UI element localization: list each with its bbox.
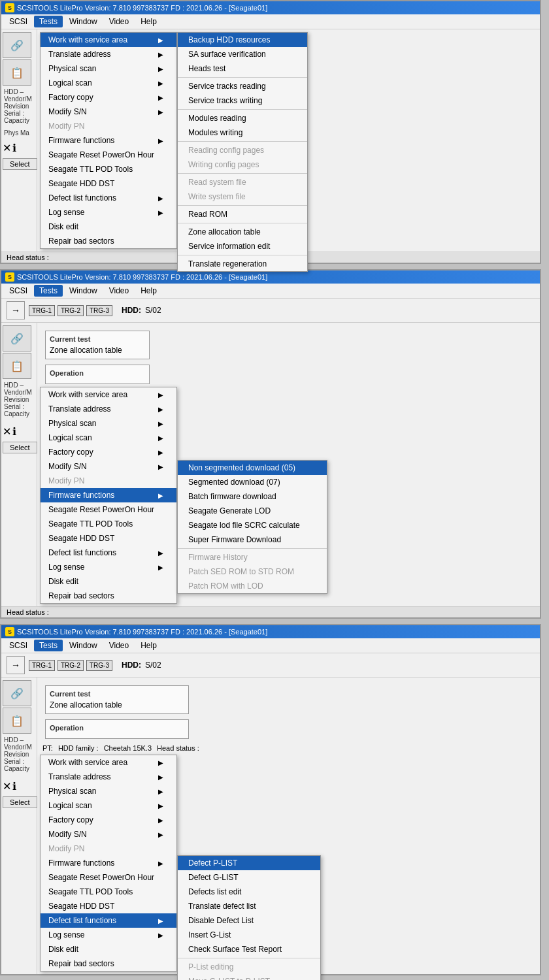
menu-defect-list-3[interactable]: Defect list functions ▶ xyxy=(41,913,176,928)
menu-work-service-3[interactable]: Work with service area ▶ xyxy=(41,755,176,770)
menu-ttl-pod-3[interactable]: Seagate TTL POD Tools xyxy=(41,885,176,899)
submenu-non-seg-2[interactable]: Non segmented download (05) xyxy=(178,461,327,475)
menu-factory-copy-3[interactable]: Factory copy ▶ xyxy=(41,813,176,827)
menu-window-1[interactable]: Window xyxy=(64,16,103,27)
menu-help-2[interactable]: Help xyxy=(135,285,162,297)
submenu-seagate-gen-lod-2[interactable]: Seagate Generate LOD xyxy=(178,504,327,518)
submenu-read-rom-1[interactable]: Read ROM xyxy=(178,207,307,221)
submenu-translate-defect-3[interactable]: Translate defect list xyxy=(178,899,320,913)
toolbar-arrow-2[interactable]: → xyxy=(7,301,25,319)
info-icon-3[interactable]: ℹ xyxy=(12,780,16,792)
submenu-zone-alloc-1[interactable]: Zone allocation table xyxy=(178,225,307,239)
menu-modify-sn-3[interactable]: Modify S/N ▶ xyxy=(41,827,176,841)
clipboard-btn-3[interactable]: 📋 xyxy=(3,708,31,734)
submenu-heads-test-1[interactable]: Heads test xyxy=(178,61,307,76)
menu-defect-list-2[interactable]: Defect list functions ▶ xyxy=(41,546,176,560)
close-icon-3[interactable]: ✕ xyxy=(3,780,11,792)
menu-video-3[interactable]: Video xyxy=(104,640,134,651)
select-btn-3[interactable]: Select xyxy=(3,796,37,808)
menu-scsi-2[interactable]: SCSI xyxy=(4,285,33,297)
submenu-check-surface-3[interactable]: Check Surface Test Report xyxy=(178,942,320,956)
submenu-service-tracks-read-1[interactable]: Service tracks reading xyxy=(178,79,307,93)
menu-help-1[interactable]: Help xyxy=(135,16,162,27)
menu-log-sense-3[interactable]: Log sense ▶ xyxy=(41,928,176,942)
menu-logical-scan-2[interactable]: Logical scan ▶ xyxy=(41,431,176,445)
menu-firmware-1[interactable]: Firmware functions ▶ xyxy=(41,133,176,148)
menu-tests-3[interactable]: Tests xyxy=(34,640,63,651)
menu-repair-bad-1[interactable]: Repair bad sectors xyxy=(41,234,176,248)
submenu-modules-write-1[interactable]: Modules writing xyxy=(178,125,307,140)
submenu-defect-plist-3[interactable]: Defect P-LIST xyxy=(178,856,320,870)
submenu-service-info-1[interactable]: Service information edit xyxy=(178,239,307,253)
menu-reset-poweron-1[interactable]: Seagate Reset PowerOn Hour xyxy=(41,148,176,162)
submenu-modules-read-1[interactable]: Modules reading xyxy=(178,111,307,125)
menu-disk-edit-1[interactable]: Disk edit xyxy=(41,220,176,234)
submenu-lod-scrc-2[interactable]: Seagate lod file SCRC calculate xyxy=(178,518,327,532)
menu-modify-sn-1[interactable]: Modify S/N ▶ xyxy=(41,105,176,119)
info-icon-2[interactable]: ℹ xyxy=(12,425,16,438)
toolbar-arrow-3[interactable]: → xyxy=(7,656,25,674)
trg3-icon-2[interactable]: TRG-3 xyxy=(86,305,112,316)
menu-log-sense-2[interactable]: Log sense ▶ xyxy=(41,560,176,574)
close-icon-2[interactable]: ✕ xyxy=(3,425,11,438)
select-btn-1[interactable]: Select xyxy=(3,158,37,170)
menu-logical-scan-1[interactable]: Logical scan ▶ xyxy=(41,76,176,90)
select-btn-2[interactable]: Select xyxy=(3,442,37,453)
menu-scsi-3[interactable]: SCSI xyxy=(4,640,33,651)
submenu-translate-regen-1[interactable]: Translate regeneration xyxy=(178,257,307,271)
submenu-backup-hdd-1[interactable]: Backup HDD resources xyxy=(178,33,307,47)
submenu-sa-surface-1[interactable]: SA surface verification xyxy=(178,47,307,61)
menu-work-service-2[interactable]: Work with service area ▶ xyxy=(41,387,176,402)
menu-repair-bad-3[interactable]: Repair bad sectors xyxy=(41,956,176,971)
menu-hdd-dst-1[interactable]: Seagate HDD DST xyxy=(41,176,176,191)
menu-window-2[interactable]: Window xyxy=(64,285,103,297)
submenu-super-fw-2[interactable]: Super Firmware Download xyxy=(178,532,327,547)
menu-ttl-pod-2[interactable]: Seagate TTL POD Tools xyxy=(41,517,176,531)
submenu-batch-fw-2[interactable]: Batch firmware download xyxy=(178,489,327,504)
submenu-defect-glist-3[interactable]: Defect G-LIST xyxy=(178,870,320,885)
menu-tests-1[interactable]: Tests xyxy=(34,16,63,27)
network-btn-3[interactable]: 🔗 xyxy=(3,680,31,706)
menu-video-2[interactable]: Video xyxy=(104,285,134,297)
submenu-seg-2[interactable]: Segmented download (07) xyxy=(178,475,327,489)
network-btn-1[interactable]: 🔗 xyxy=(3,32,31,58)
menu-hdd-dst-2[interactable]: Seagate HDD DST xyxy=(41,531,176,546)
menu-translate-1[interactable]: Translate address ▶ xyxy=(41,47,176,61)
menu-logical-scan-3[interactable]: Logical scan ▶ xyxy=(41,798,176,813)
submenu-service-tracks-write-1[interactable]: Service tracks writing xyxy=(178,93,307,108)
menu-ttl-pod-1[interactable]: Seagate TTL POD Tools xyxy=(41,162,176,176)
trg2-icon-3[interactable]: TRG-2 xyxy=(58,660,84,671)
menu-physical-scan-1[interactable]: Physical scan ▶ xyxy=(41,61,176,76)
menu-firmware-3[interactable]: Firmware functions ▶ xyxy=(41,856,176,870)
menu-factory-copy-1[interactable]: Factory copy ▶ xyxy=(41,90,176,105)
trg3-icon-3[interactable]: TRG-3 xyxy=(86,660,112,671)
trg1-icon-3[interactable]: TRG-1 xyxy=(29,660,55,671)
menu-help-3[interactable]: Help xyxy=(135,640,162,651)
menu-log-sense-1[interactable]: Log sense ▶ xyxy=(41,205,176,220)
menu-work-service-1[interactable]: Work with service area ▶ xyxy=(41,33,176,47)
menu-modify-sn-2[interactable]: Modify S/N ▶ xyxy=(41,459,176,474)
menu-window-3[interactable]: Window xyxy=(64,640,103,651)
submenu-insert-glist-3[interactable]: Insert G-List xyxy=(178,928,320,942)
submenu-defects-list-edit-3[interactable]: Defects list edit xyxy=(178,885,320,899)
menu-disk-edit-3[interactable]: Disk edit xyxy=(41,942,176,956)
menu-reset-poweron-2[interactable]: Seagate Reset PowerOn Hour xyxy=(41,502,176,517)
menu-hdd-dst-3[interactable]: Seagate HDD DST xyxy=(41,899,176,913)
menu-repair-bad-2[interactable]: Repair bad sectors xyxy=(41,589,176,603)
trg2-icon-2[interactable]: TRG-2 xyxy=(58,305,84,316)
trg1-icon-2[interactable]: TRG-1 xyxy=(29,305,55,316)
menu-tests-2[interactable]: Tests xyxy=(34,285,63,297)
clipboard-btn-2[interactable]: 📋 xyxy=(3,353,31,379)
menu-scsi-1[interactable]: SCSI xyxy=(4,16,33,27)
menu-video-1[interactable]: Video xyxy=(104,16,134,27)
menu-physical-scan-2[interactable]: Physical scan ▶ xyxy=(41,416,176,431)
menu-firmware-2[interactable]: Firmware functions ▶ xyxy=(41,488,176,502)
submenu-disable-defect-3[interactable]: Disable Defect List xyxy=(178,913,320,928)
clipboard-btn-1[interactable]: 📋 xyxy=(3,59,31,86)
menu-disk-edit-2[interactable]: Disk edit xyxy=(41,574,176,589)
menu-defect-list-1[interactable]: Defect list functions ▶ xyxy=(41,191,176,205)
close-icon-1[interactable]: ✕ xyxy=(3,142,11,154)
menu-translate-3[interactable]: Translate address ▶ xyxy=(41,770,176,784)
menu-factory-copy-2[interactable]: Factory copy ▶ xyxy=(41,445,176,459)
menu-reset-poweron-3[interactable]: Seagate Reset PowerOn Hour xyxy=(41,870,176,885)
